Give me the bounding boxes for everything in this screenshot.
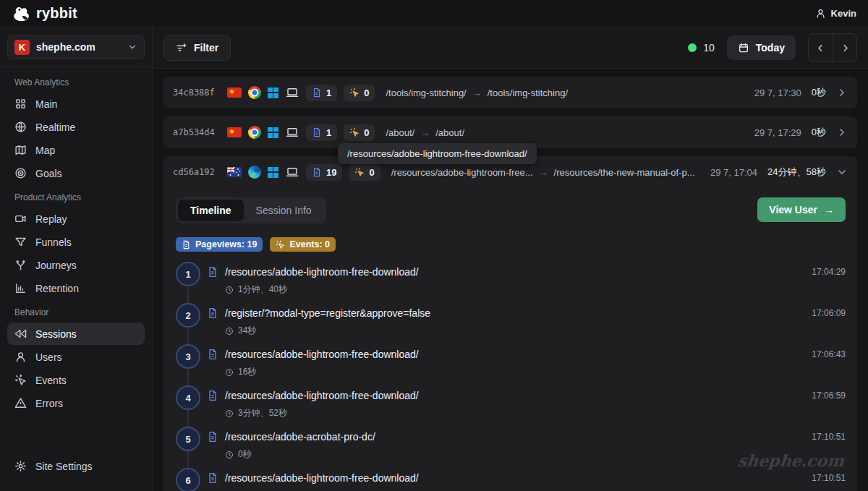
frog-logo-icon: [12, 5, 31, 22]
step-number: 2: [176, 303, 200, 328]
clock-icon: [225, 286, 234, 294]
sidebar-item-retention[interactable]: Retention: [7, 277, 145, 299]
clock-icon: [225, 327, 234, 336]
pageview-path[interactable]: /resources/adobe-lightroom-free-download…: [225, 349, 419, 360]
sidebar-item-label: Errors: [35, 398, 63, 409]
cursor-click-icon: [349, 127, 359, 137]
brand[interactable]: rybbit: [12, 5, 77, 22]
event-count: 0: [364, 127, 369, 138]
pageview-doc-icon: [207, 349, 218, 360]
session-date: 29 7, 17:29: [754, 127, 801, 138]
sidebar-item-errors[interactable]: Errors: [7, 392, 145, 414]
pageviews-pill: 1: [306, 124, 337, 141]
timeline: 1 /resources/adobe-lightroom-free-downlo…: [176, 260, 846, 491]
sidebar-item-label: Site Settings: [35, 461, 93, 472]
sidebar-item-journeys[interactable]: Journeys: [7, 254, 145, 276]
laptop-icon: [285, 126, 299, 139]
grid-icon: [14, 98, 27, 110]
session-paths: /about/ → /about/: [386, 127, 464, 138]
date-range-button[interactable]: Today: [727, 35, 796, 60]
sidebar-item-main[interactable]: Main: [7, 93, 145, 115]
arrow-right-icon: →: [472, 87, 482, 98]
main-content: Filter 10 Today: [153, 27, 868, 491]
sidebar-item-replay[interactable]: Replay: [7, 208, 145, 230]
events-badge: Events: 0: [270, 237, 336, 252]
session-list: 34c8388f ★ 1 0: [153, 69, 868, 491]
session-detail-panel: Timeline Session Info View User →: [163, 188, 857, 491]
live-dot-icon: [688, 43, 697, 52]
pageview-time: 17:06:09: [812, 308, 846, 318]
pageview-path[interactable]: /register/?modal-type=register&approve=f…: [225, 307, 430, 319]
sidebar-item-label: Realtime: [35, 121, 75, 133]
calendar-icon: [738, 42, 749, 54]
laptop-icon: [285, 166, 299, 179]
sidebar-item-label: Main: [35, 98, 57, 110]
pageview-count: 1: [326, 127, 331, 138]
chevron-down-icon: [127, 42, 137, 52]
sidebar-item-goals[interactable]: Goals: [7, 162, 145, 184]
user-name: Kevin: [831, 8, 856, 19]
user-menu[interactable]: Kevin: [815, 8, 856, 19]
pageviews-pill: 1: [306, 85, 337, 101]
pageview-path[interactable]: /resources/adobe-lightroom-free-download…: [225, 390, 419, 401]
sidebar-item-sessions[interactable]: Sessions: [7, 323, 145, 345]
session-duration: 0秒: [812, 126, 826, 139]
chevron-right-icon[interactable]: [836, 127, 848, 138]
app: rybbit Kevin K shephe.com Web Analytics …: [0, 0, 868, 491]
toolbar: Filter 10 Today: [153, 27, 868, 69]
chevron-right-icon[interactable]: [836, 87, 848, 98]
sidebar-item-label: Events: [35, 375, 67, 386]
clock-icon: [225, 368, 234, 377]
pageview-doc-icon: [312, 167, 322, 177]
site-selector[interactable]: K shephe.com: [7, 35, 145, 59]
session-row-expanded[interactable]: cd56a192 19 0: [163, 156, 857, 491]
session-row[interactable]: 34c8388f ★ 1 0: [163, 77, 857, 108]
pageview-path[interactable]: /resources/adobe-acrobat-pro-dc/: [225, 431, 375, 443]
section-label-behavior: Behavior: [14, 307, 137, 317]
timeline-item: 5 /resources/adobe-acrobat-pro-dc/ 17:10…: [176, 425, 846, 466]
chevron-down-icon[interactable]: [836, 166, 848, 178]
sidebar-item-realtime[interactable]: Realtime: [7, 116, 145, 138]
step-number: 1: [176, 262, 200, 286]
session-id: a7b534d4: [173, 127, 221, 137]
pageview-path[interactable]: /resources/adobe-lightroom-free-download…: [225, 472, 419, 484]
session-paths: /resources/adobe-lightroom-free... → /re…: [391, 167, 695, 178]
sidebar-item-site-settings[interactable]: Site Settings: [7, 455, 145, 477]
pageview-doc-icon: [207, 307, 218, 319]
sidebar-item-funnels[interactable]: Funnels: [7, 231, 145, 253]
step-number: 4: [176, 385, 200, 410]
next-page-button[interactable]: [833, 34, 856, 61]
tab-session-info[interactable]: Session Info: [244, 200, 324, 221]
pageview-duration: 1分钟、40秒: [238, 283, 287, 296]
flag-china-icon: ★: [227, 87, 242, 98]
chevron-right-icon: [840, 43, 851, 54]
prev-page-button[interactable]: [809, 34, 833, 61]
pageview-time: 17:06:43: [812, 349, 846, 359]
sidebar-item-users[interactable]: Users: [7, 346, 145, 368]
warning-icon: [14, 397, 27, 409]
funnel-icon: [14, 236, 27, 248]
step-number: 6: [176, 468, 200, 491]
sidebar-item-label: Retention: [35, 283, 79, 294]
bar-chart-icon: [14, 282, 27, 294]
timeline-item: 3 /resources/adobe-lightroom-free-downlo…: [176, 343, 846, 384]
pageview-time: 17:10:51: [812, 432, 846, 442]
pageview-duration: 34秒: [238, 325, 256, 337]
view-user-label: View User: [769, 204, 817, 215]
timeline-item: 4 /resources/adobe-lightroom-free-downlo…: [176, 384, 846, 425]
filter-icon: [176, 42, 187, 54]
pageview-path[interactable]: /resources/adobe-lightroom-free-download…: [225, 266, 419, 278]
pageview-doc-icon: [207, 431, 218, 443]
sidebar-item-events[interactable]: Events: [7, 369, 145, 391]
pagination: [808, 33, 857, 62]
view-user-button[interactable]: View User →: [757, 197, 846, 222]
clock-icon: [225, 451, 234, 459]
entry-path: /tools/img-stitching/: [386, 87, 466, 98]
tab-timeline[interactable]: Timeline: [178, 200, 244, 221]
sidebar-item-map[interactable]: Map: [7, 139, 145, 161]
filter-button[interactable]: Filter: [163, 35, 231, 61]
timeline-item: 6 /resources/adobe-lightroom-free-downlo…: [176, 466, 846, 491]
exit-path: /resources/the-new-manual-of-p...: [554, 167, 695, 178]
chrome-icon: [248, 126, 261, 139]
arrow-right-icon: →: [539, 167, 548, 178]
